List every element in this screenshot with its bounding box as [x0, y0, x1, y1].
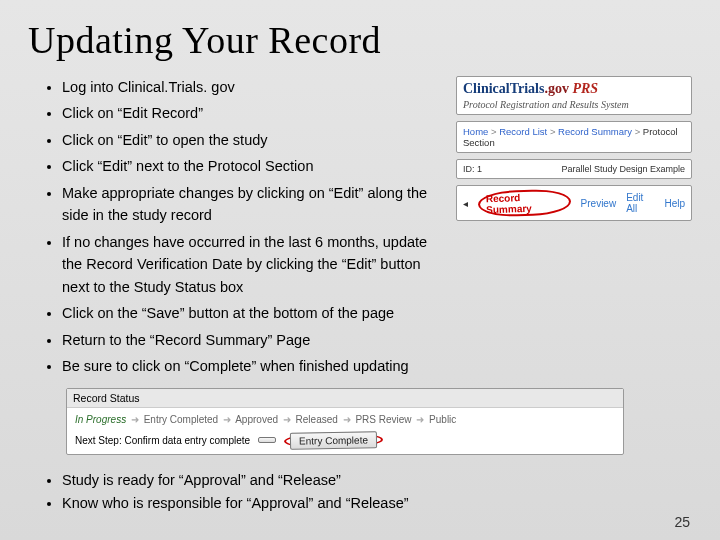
record-status-screenshot: Record Status In Progress ➜ Entry Comple… — [66, 388, 624, 455]
status-step: Entry Completed — [144, 414, 218, 425]
crumb-link[interactable]: Record List — [499, 126, 547, 137]
prs-subtitle: Protocol Registration and Results System — [463, 99, 685, 110]
record-title: Parallel Study Design Example — [561, 164, 685, 174]
list-item: Return to the “Record Summary” Page — [62, 329, 444, 351]
list-item: If no changes have occurred in the last … — [62, 231, 444, 298]
logo-text: ClinicalTrials — [463, 81, 544, 96]
logo-text: .gov — [544, 81, 569, 96]
bullet-list: Log into Clinical.Trials. gov Click on “… — [28, 76, 444, 382]
crumb-sep: > — [550, 126, 558, 137]
list-item: Make appropriate changes by clicking on … — [62, 182, 444, 227]
arrow-right-icon: ➜ — [414, 414, 426, 425]
edit-all-link[interactable]: Edit All — [626, 192, 654, 214]
status-step: Public — [429, 414, 456, 425]
page-number: 25 — [674, 514, 690, 530]
prs-logo: ClinicalTrials.gov PRS — [463, 81, 685, 97]
record-id: ID: 1 — [463, 164, 482, 174]
arrow-right-icon: ➜ — [341, 414, 353, 425]
crumb-link[interactable]: Record Summary — [558, 126, 632, 137]
crumb-link[interactable]: Home — [463, 126, 488, 137]
slide-title: Updating Your Record — [28, 18, 692, 62]
help-link[interactable]: Help — [664, 198, 685, 209]
arrow-right-icon: ➜ — [281, 414, 293, 425]
bullet-list-lower: Study is ready for “Approval” and “Relea… — [28, 469, 692, 515]
status-flow: In Progress ➜ Entry Completed ➜ Approved… — [75, 414, 615, 425]
status-step: PRS Review — [355, 414, 411, 425]
chevron-left-icon: ◂ — [463, 198, 468, 209]
list-item: Know who is responsible for “Approval” a… — [62, 492, 692, 515]
next-step-label: Next Step: Confirm data entry complete — [75, 435, 250, 446]
crumb-sep: > — [491, 126, 499, 137]
status-step: Approved — [235, 414, 278, 425]
list-item: Be sure to click on “Complete” when fini… — [62, 355, 444, 377]
secondary-button[interactable] — [258, 437, 276, 443]
list-item: Click on “Edit” to open the study — [62, 129, 444, 151]
entry-complete-button[interactable]: Entry Complete — [290, 431, 377, 450]
logo-text: PRS — [569, 81, 598, 96]
prs-screenshot-stack: ClinicalTrials.gov PRS Protocol Registra… — [456, 76, 692, 382]
arrow-right-icon: ➜ — [129, 414, 141, 425]
status-step: Released — [296, 414, 338, 425]
list-item: Click on the “Save” button at the bottom… — [62, 302, 444, 324]
nav-row-card: ◂ Record Summary Preview Edit All Help — [456, 185, 692, 221]
breadcrumb-card: Home > Record List > Record Summary > Pr… — [456, 121, 692, 153]
id-card: ID: 1 Parallel Study Design Example — [456, 159, 692, 179]
record-summary-link[interactable]: Record Summary — [478, 188, 571, 217]
crumb-sep: > — [635, 126, 643, 137]
prs-header-card: ClinicalTrials.gov PRS Protocol Registra… — [456, 76, 692, 115]
arrow-right-icon: ➜ — [221, 414, 233, 425]
list-item: Click on “Edit Record” — [62, 102, 444, 124]
list-item: Study is ready for “Approval” and “Relea… — [62, 469, 692, 492]
status-step-current: In Progress — [75, 414, 126, 425]
list-item: Log into Clinical.Trials. gov — [62, 76, 444, 98]
record-status-heading: Record Status — [67, 389, 623, 408]
list-item: Click “Edit” next to the Protocol Sectio… — [62, 155, 444, 177]
preview-link[interactable]: Preview — [581, 198, 617, 209]
